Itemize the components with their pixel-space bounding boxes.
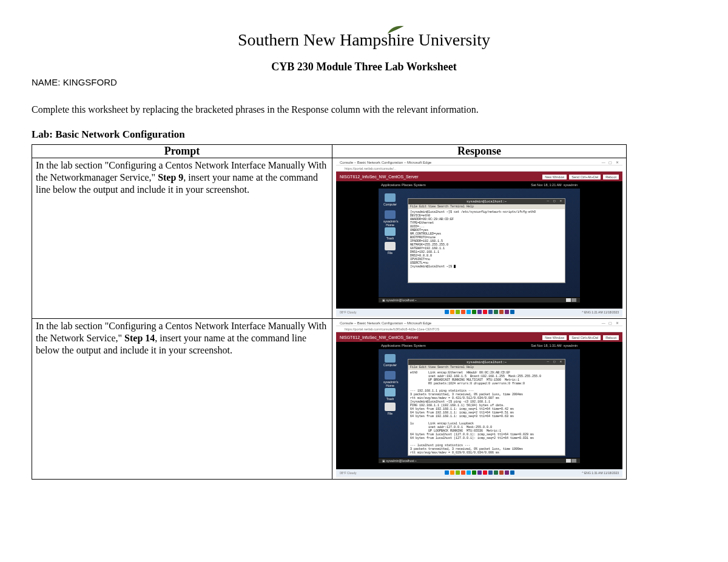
- taskbar-app-icon[interactable]: [461, 310, 465, 314]
- vm-console-header: NISGT612_InfoSec_NW_CentOS_Server New Wi…: [336, 172, 622, 181]
- workspace-switcher[interactable]: [566, 459, 576, 463]
- taskbar-app-icon[interactable]: [467, 310, 471, 314]
- window-controls-icon: — ▢ ✕: [602, 320, 620, 326]
- taskbar-app-icon[interactable]: [483, 470, 487, 475]
- terminal-menubar[interactable]: File Edit View Search Terminal Help: [408, 365, 565, 370]
- taskbar-app-icon[interactable]: [456, 470, 460, 475]
- terminal-output[interactable]: eth0 Link encap:Ethernet HWaddr 00:0C:29…: [408, 370, 565, 455]
- taskbar-app-icon[interactable]: [456, 310, 460, 314]
- taskbar-app-icon[interactable]: [499, 310, 504, 314]
- taskbar-item[interactable]: ▣ sysadmin@localhost:~: [382, 459, 417, 463]
- desktop-icon-computer[interactable]: Computer: [383, 354, 397, 367]
- taskbar-icons[interactable]: [444, 310, 515, 315]
- icon-label: sysadmin's Home: [383, 219, 399, 227]
- icon-label: Trash: [386, 397, 394, 401]
- taskbar-app-icon[interactable]: [505, 470, 509, 475]
- icon-label: Trash: [386, 236, 394, 240]
- taskbar-app-icon[interactable]: [472, 310, 476, 314]
- gnome-bottom-panel: ▣ sysadmin@localhost:~: [379, 458, 580, 463]
- address-bar: https://portal.netlab.com/console/...: [336, 166, 622, 172]
- worksheet-page: Southern New Hampshire University CYB 23…: [0, 0, 728, 504]
- taskbar-app-icon[interactable]: [445, 310, 449, 314]
- terminal-titlebar: sysadmin@localhost:~ — ▢ ✕: [408, 199, 565, 204]
- desktop-icon-home[interactable]: sysadmin's Home: [383, 210, 397, 227]
- desktop-icon-trash[interactable]: Trash: [383, 388, 397, 401]
- taskbar-app-icon[interactable]: [488, 470, 493, 475]
- console-button[interactable]: New Window: [542, 335, 567, 340]
- user-label: sysadmin: [564, 183, 578, 187]
- desktop-background: Computer sysadmin's Home Trash File sysa…: [379, 189, 580, 303]
- vm-name-label: NISGT612_InfoSec_NW_CentOS_Server: [340, 175, 419, 179]
- window-controls-icon: — ▢ ✕: [547, 199, 563, 203]
- console-button[interactable]: Reboot: [603, 175, 619, 179]
- terminal-window[interactable]: sysadmin@localhost:~ — ▢ ✕ File Edit Vie…: [408, 198, 565, 283]
- logo-text: Southern New Hampshire University: [238, 30, 490, 49]
- icon-label: sysadmin's Home: [383, 380, 399, 387]
- taskbar-app-icon[interactable]: [472, 470, 476, 475]
- prompt-step: Step 14: [124, 333, 155, 343]
- gnome-menus[interactable]: Applications Places System: [381, 344, 426, 347]
- desktop-icon-file[interactable]: File: [383, 242, 397, 255]
- taskbar-app-icon[interactable]: [494, 470, 498, 475]
- gnome-menus[interactable]: Applications Places System: [381, 183, 426, 187]
- terminal-output[interactable]: [sysadmin@localhost ~]$ cat /etc/sysconf…: [408, 209, 565, 282]
- console-button[interactable]: Reboot: [603, 335, 619, 340]
- taskbar-app-icon[interactable]: [510, 310, 514, 314]
- taskbar-item[interactable]: ▣ sysadmin@localhost:~: [382, 298, 417, 302]
- taskbar-app-icon[interactable]: [467, 470, 471, 475]
- console-button[interactable]: Send Ctrl+Alt+Del: [569, 175, 601, 179]
- title-text: Console – Basic Network Configuration – …: [340, 161, 431, 164]
- taskbar-app-icon[interactable]: [450, 470, 454, 475]
- address-bar: https://portal.netlab.com/console/b3f0a9…: [336, 326, 622, 332]
- terminal-menubar[interactable]: File Edit View Search Terminal Help: [408, 204, 565, 209]
- gnome-top-panel: Applications Places System Sat Nov 18, 1…: [336, 181, 622, 189]
- console-button[interactable]: New Window: [542, 175, 567, 179]
- worksheet-table: Prompt Response In the lab section "Conf…: [32, 144, 627, 480]
- desktop-icon-home[interactable]: sysadmin's Home: [383, 371, 397, 387]
- gnome-top-panel: Applications Places System Sat Nov 18, 1…: [336, 342, 622, 349]
- prompt-cell: In the lab section "Configuring a Centos…: [32, 158, 332, 319]
- desktop-icon-trash[interactable]: Trash: [383, 227, 397, 240]
- title-text: Console – Basic Network Configuration – …: [340, 321, 431, 325]
- taskbar-app-icon[interactable]: [450, 310, 454, 314]
- prompt-cell: In the lab section "Configuring a Centos…: [32, 319, 332, 480]
- name-value: KINGSFORD: [63, 77, 117, 87]
- taskbar-app-icon[interactable]: [461, 470, 465, 475]
- leaf-icon: [386, 19, 405, 30]
- taskbar-app-icon[interactable]: [477, 470, 482, 475]
- taskbar-app-icon[interactable]: [483, 310, 487, 314]
- response-cell: Console – Basic Network Configuration – …: [332, 158, 627, 319]
- taskbar-app-icon[interactable]: [505, 310, 509, 314]
- header-response: Response: [332, 145, 627, 158]
- browser-window-title: Console – Basic Network Configuration – …: [336, 159, 622, 166]
- table-row: In the lab section "Configuring a Centos…: [32, 319, 627, 480]
- taskbar-app-icon[interactable]: [499, 470, 504, 475]
- screenshot-step14: Console – Basic Network Configuration – …: [336, 320, 622, 478]
- document-title: CYB 230 Module Three Lab Worksheet: [32, 61, 696, 73]
- windows-taskbar: 08°F Cloudy ^ ENG 1:21 AM 11/18/2023: [336, 309, 622, 316]
- vm-display[interactable]: Applications Places System Sat Nov 18, 1…: [336, 181, 622, 309]
- vm-display[interactable]: Applications Places System Sat Nov 18, 1…: [336, 342, 622, 469]
- desktop-icon-computer[interactable]: Computer: [383, 193, 397, 206]
- desktop-icon-file[interactable]: File: [383, 403, 397, 415]
- workspace-switcher[interactable]: [566, 298, 576, 302]
- taskbar-app-icon[interactable]: [494, 310, 498, 314]
- clock: Sat Nov 18, 1:31 AM: [531, 344, 561, 347]
- icon-label: Computer: [383, 363, 397, 367]
- console-button[interactable]: Send Ctrl+Alt+Del: [569, 335, 601, 340]
- icon-label: Computer: [383, 202, 397, 206]
- name-line: NAME: KINGSFORD: [32, 77, 696, 87]
- taskbar-app-icon[interactable]: [510, 470, 514, 475]
- terminal-titlebar: sysadmin@localhost:~ — ▢ ✕: [408, 360, 565, 365]
- instructions-text: Complete this worksheet by replacing the…: [32, 104, 696, 115]
- clock: Sat Nov 18, 1:21 AM: [531, 183, 561, 187]
- terminal-window[interactable]: sysadmin@localhost:~ — ▢ ✕ File Edit Vie…: [408, 359, 565, 456]
- taskbar-icons[interactable]: [444, 470, 515, 475]
- icon-label: File: [388, 412, 393, 415]
- taskbar-app-icon[interactable]: [445, 470, 449, 475]
- taskbar-app-icon[interactable]: [477, 310, 482, 314]
- icon-label: File: [388, 251, 393, 255]
- taskbar-app-icon[interactable]: [488, 310, 493, 314]
- header-prompt: Prompt: [32, 145, 332, 158]
- vm-name-label: NISGT612_InfoSec_NW_CentOS_Server: [340, 335, 419, 340]
